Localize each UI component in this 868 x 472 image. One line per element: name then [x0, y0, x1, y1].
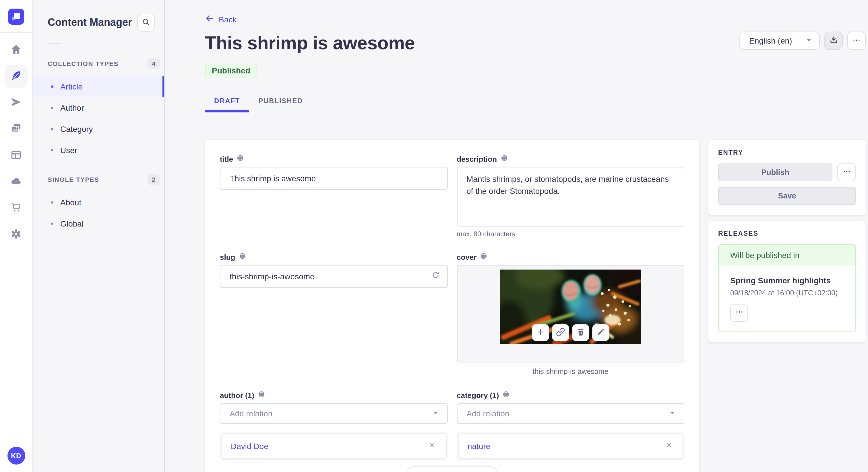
publish-button[interactable]: Publish: [718, 164, 832, 181]
subnav-title: Content Manager: [48, 16, 132, 29]
media-library-icon: [10, 123, 22, 136]
releases-panel-heading: RELEASES: [718, 230, 856, 237]
more-horizontal-icon: [852, 35, 861, 46]
back-link[interactable]: Back: [205, 14, 237, 25]
sidebar-item-category[interactable]: Category: [33, 118, 164, 139]
bullet-icon: [51, 106, 53, 109]
section-label-collection-types: COLLECTION TYPES: [48, 60, 119, 67]
collection-types-count-badge: 4: [148, 59, 160, 69]
download-button[interactable]: [825, 32, 843, 50]
edit-view: Back This shrimp is awesome Published En…: [165, 0, 868, 472]
search-icon: [141, 17, 151, 28]
title-field: title: [220, 154, 447, 238]
cover-caption: this-shrimp-is-awesome: [533, 368, 609, 376]
slug-label: slug: [220, 252, 235, 261]
title-input[interactable]: [220, 167, 447, 190]
cover-media-card: [457, 265, 684, 363]
copy-link-button[interactable]: [552, 324, 569, 341]
regenerate-slug-button[interactable]: [430, 270, 441, 283]
edit-media-button[interactable]: [592, 324, 609, 341]
category-field: category (1) Add relation nature: [457, 390, 684, 459]
gear-icon: [10, 228, 22, 241]
sidebar-item-about[interactable]: About: [33, 192, 164, 213]
globe-icon: [480, 252, 487, 262]
nav-content-manager[interactable]: [5, 65, 28, 88]
strapi-logo: [8, 9, 24, 25]
sidebar-item-user[interactable]: User: [33, 139, 164, 161]
sidebar-item-label: Author: [60, 103, 84, 112]
description-label: description: [457, 155, 497, 163]
header-more-button[interactable]: [847, 32, 866, 50]
release-card: Will be published in Spring Summer highl…: [718, 244, 856, 332]
nav-releases[interactable]: [5, 91, 28, 114]
remove-category-relation-button[interactable]: [664, 440, 673, 451]
nav-deploy[interactable]: [5, 170, 28, 193]
globe-icon: [237, 154, 244, 164]
status-badge: Published: [205, 64, 257, 77]
sidebar-item-label: Category: [60, 124, 93, 133]
caret-down-icon: [669, 408, 676, 419]
nav-home[interactable]: [5, 38, 28, 61]
collection-types-section: COLLECTION TYPES 4 Article Author Catego…: [33, 59, 164, 161]
slug-field: slug: [220, 252, 447, 376]
close-icon: [429, 442, 435, 450]
author-field: author (1) Add relation David Doe: [220, 390, 447, 459]
avatar-initials: KD: [11, 452, 21, 460]
trash-icon: [576, 327, 585, 338]
entry-more-button[interactable]: [837, 164, 856, 181]
nav-marketplace[interactable]: [5, 197, 28, 220]
globe-icon: [258, 390, 265, 400]
tab-draft[interactable]: DRAFT: [205, 93, 249, 112]
sidebar-item-author[interactable]: Author: [33, 97, 164, 118]
tab-published[interactable]: PUBLISHED: [249, 93, 312, 112]
category-relation-item: nature: [458, 433, 683, 459]
release-more-button[interactable]: [730, 304, 748, 322]
cart-icon: [10, 202, 22, 215]
single-types-list: About Global: [33, 192, 164, 234]
user-avatar[interactable]: KD: [7, 447, 25, 465]
feather-icon: [10, 70, 22, 83]
cover-label: cover: [457, 252, 476, 261]
author-relation-combobox[interactable]: Add relation: [220, 403, 447, 424]
plus-icon: [536, 327, 545, 338]
draft-published-tabs: DRAFT PUBLISHED: [205, 93, 866, 112]
cover-actions-toolbar: [532, 324, 609, 341]
relation-link-nature[interactable]: nature: [468, 441, 490, 450]
slug-input[interactable]: [220, 265, 447, 288]
content-manager-subnav: Content Manager COLLECTION TYPES 4 Artic…: [33, 0, 165, 472]
more-horizontal-icon: [842, 167, 851, 178]
paper-plane-icon: [10, 96, 22, 109]
locale-select[interactable]: English (en): [739, 32, 820, 50]
add-media-button[interactable]: [532, 324, 549, 341]
nav-media-library[interactable]: [5, 117, 28, 140]
cloud-icon: [10, 175, 22, 189]
locale-select-value: English (en): [749, 36, 792, 45]
remove-author-relation-button[interactable]: [427, 440, 437, 451]
category-relation-combobox[interactable]: Add relation: [457, 403, 684, 424]
title-label: title: [220, 155, 233, 163]
description-textarea[interactable]: Mantis shrimps, or stomatopods, are mari…: [457, 167, 684, 227]
app-window: KD Content Manager COLLECTION TYPES 4 Ar…: [0, 0, 868, 472]
search-button[interactable]: [137, 14, 155, 32]
layout-icon: [10, 149, 22, 162]
cover-field: cover: [457, 252, 684, 376]
caret-down-icon: [432, 408, 439, 419]
bullet-icon: [51, 85, 53, 88]
download-icon: [829, 35, 838, 46]
author-relation-item: David Doe: [221, 433, 446, 459]
delete-media-button[interactable]: [572, 324, 589, 341]
releases-panel: RELEASES Will be published in Spring Sum…: [708, 221, 866, 342]
single-types-count-badge: 2: [148, 174, 160, 185]
combobox-placeholder: Add relation: [229, 409, 272, 418]
sidebar-item-global[interactable]: Global: [33, 213, 164, 234]
entry-panel: ENTRY Publish Save: [708, 140, 866, 215]
sidebar-item-label: About: [60, 198, 81, 207]
category-label: category (1): [457, 391, 499, 400]
header-actions: English (en): [739, 32, 866, 50]
nav-content-type-builder[interactable]: [5, 144, 28, 167]
nav-settings[interactable]: [5, 223, 28, 246]
sidebar-item-article[interactable]: Article: [33, 76, 164, 97]
save-button[interactable]: Save: [718, 187, 856, 205]
strapi-logo-mark: [8, 9, 24, 25]
relation-link-david-doe[interactable]: David Doe: [231, 441, 268, 450]
